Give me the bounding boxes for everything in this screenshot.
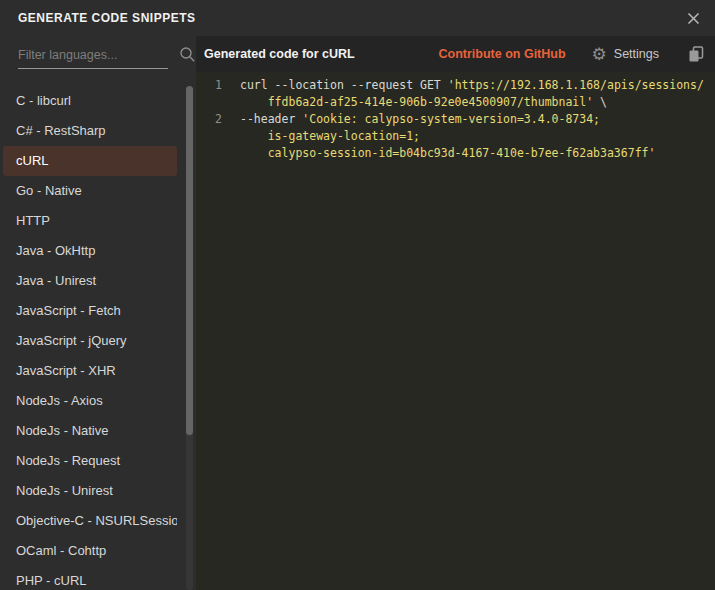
dialog-title: GENERATE CODE SNIPPETS bbox=[18, 11, 195, 25]
language-item[interactable]: NodeJs - Unirest bbox=[3, 476, 177, 506]
code-toolbar: Generated code for cURL Contribute on Gi… bbox=[196, 36, 715, 72]
code-text: ffdb6a2d-af25-414e-906b-92e0e4500907/thu… bbox=[222, 94, 607, 111]
code-token-string: calypso-session-id=b04bc93d-4167-410e-b7… bbox=[268, 146, 656, 160]
language-item[interactable]: NodeJs - Native bbox=[3, 416, 177, 446]
sidebar-scrollbar-track[interactable] bbox=[186, 86, 193, 590]
language-item[interactable]: Go - Native bbox=[3, 176, 177, 206]
code-line-row: 1curl --location --request GET 'https://… bbox=[196, 77, 715, 94]
code-token-plain: \ bbox=[593, 95, 607, 109]
contribute-github-link[interactable]: Contribute on GitHub bbox=[439, 47, 566, 61]
line-number bbox=[196, 145, 222, 162]
language-item[interactable]: NodeJs - Axios bbox=[3, 386, 177, 416]
language-item[interactable]: C - libcurl bbox=[3, 86, 177, 116]
code-token-string: ffdb6a2d-af25-414e-906b-92e0e4500907/thu… bbox=[268, 95, 593, 109]
code-text: --header 'Cookie: calypso-system-version… bbox=[222, 111, 600, 128]
language-item[interactable]: NodeJs - Request bbox=[3, 446, 177, 476]
language-item[interactable]: C# - RestSharp bbox=[3, 116, 177, 146]
line-number bbox=[196, 94, 222, 111]
language-item[interactable]: JavaScript - jQuery bbox=[3, 326, 177, 356]
language-item[interactable]: OCaml - Cohttp bbox=[3, 536, 177, 566]
code-line-row: is-gateway-location=1; bbox=[196, 128, 715, 145]
code-text: curl --location --request GET 'https://1… bbox=[222, 77, 704, 94]
generate-code-snippets-dialog: GENERATE CODE SNIPPETS C - libcurlC# - R… bbox=[0, 0, 715, 590]
code-block: 1curl --location --request GET 'https://… bbox=[196, 72, 715, 590]
line-number bbox=[196, 128, 222, 145]
filter-languages-input[interactable] bbox=[18, 48, 179, 62]
code-panel: Generated code for cURL Contribute on Gi… bbox=[196, 36, 715, 590]
code-token-string: 'https://192.168.1.168/apis/sessions/ bbox=[448, 78, 704, 92]
code-line-row: 2--header 'Cookie: calypso-system-versio… bbox=[196, 111, 715, 128]
filter-field bbox=[18, 46, 168, 69]
code-token-string: is-gateway-location=1; bbox=[268, 129, 420, 143]
code-text: is-gateway-location=1; bbox=[222, 128, 420, 145]
code-line-row: ffdb6a2d-af25-414e-906b-92e0e4500907/thu… bbox=[196, 94, 715, 111]
language-item[interactable]: JavaScript - XHR bbox=[3, 356, 177, 386]
language-sidebar: C - libcurlC# - RestSharpcURLGo - Native… bbox=[0, 36, 196, 590]
code-line-row: calypso-session-id=b04bc93d-4167-410e-b7… bbox=[196, 145, 715, 162]
code-token-string: 'Cookie: calypso-system-version=3.4.0-87… bbox=[302, 112, 600, 126]
dialog-header: GENERATE CODE SNIPPETS bbox=[0, 0, 715, 36]
language-list: C - libcurlC# - RestSharpcURLGo - Native… bbox=[0, 86, 196, 590]
settings-button[interactable]: ⚙ Settings bbox=[592, 46, 659, 63]
close-icon[interactable] bbox=[685, 10, 701, 26]
language-item[interactable]: Java - Unirest bbox=[3, 266, 177, 296]
code-text: calypso-session-id=b04bc93d-4167-410e-b7… bbox=[222, 145, 655, 162]
gear-icon: ⚙ bbox=[592, 46, 607, 63]
settings-label: Settings bbox=[614, 47, 659, 61]
language-item[interactable]: Objective-C - NSURLSession bbox=[3, 506, 177, 536]
code-token-plain: --header bbox=[240, 112, 302, 126]
language-item[interactable]: PHP - cURL bbox=[3, 566, 177, 590]
language-item[interactable]: JavaScript - Fetch bbox=[3, 296, 177, 326]
language-item[interactable]: cURL bbox=[3, 146, 177, 176]
line-number: 2 bbox=[196, 111, 222, 128]
sidebar-scrollbar-thumb[interactable] bbox=[186, 86, 193, 435]
line-number: 1 bbox=[196, 77, 222, 94]
dialog-body: C - libcurlC# - RestSharpcURLGo - Native… bbox=[0, 36, 715, 590]
language-item[interactable]: HTTP bbox=[3, 206, 177, 236]
generated-code-title: Generated code for cURL bbox=[204, 47, 439, 61]
copy-button[interactable] bbox=[687, 45, 705, 63]
code-token-plain: curl --location --request GET bbox=[240, 78, 448, 92]
language-item[interactable]: Java - OkHttp bbox=[3, 236, 177, 266]
copy-icon bbox=[687, 45, 705, 63]
search-icon bbox=[179, 46, 196, 63]
